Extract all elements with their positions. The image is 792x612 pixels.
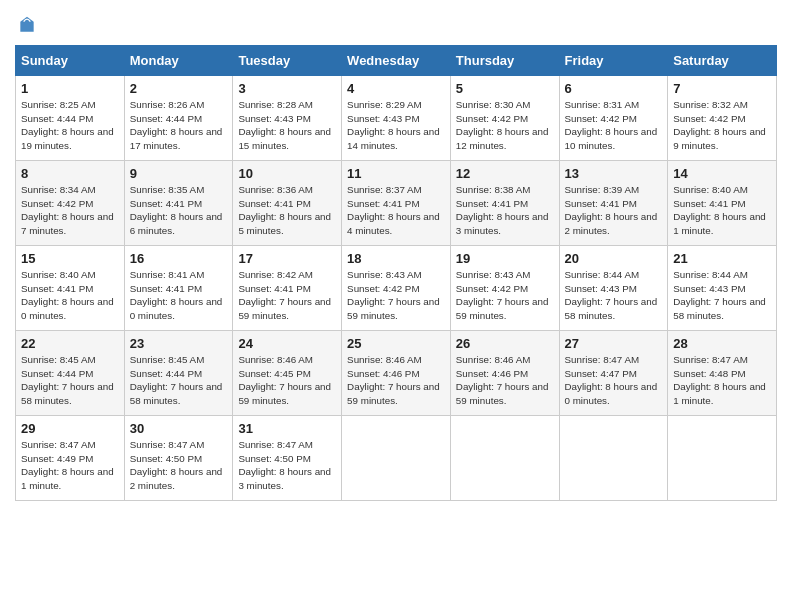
calendar-cell: 30 Sunrise: 8:47 AM Sunset: 4:50 PM Dayl…: [124, 416, 233, 501]
calendar-cell: 18 Sunrise: 8:43 AM Sunset: 4:42 PM Dayl…: [342, 246, 451, 331]
calendar-cell: 28 Sunrise: 8:47 AM Sunset: 4:48 PM Dayl…: [668, 331, 777, 416]
calendar-cell: 3 Sunrise: 8:28 AM Sunset: 4:43 PM Dayli…: [233, 76, 342, 161]
day-info: Sunrise: 8:38 AM Sunset: 4:41 PM Dayligh…: [456, 183, 554, 238]
day-info: Sunrise: 8:44 AM Sunset: 4:43 PM Dayligh…: [565, 268, 663, 323]
day-number: 9: [130, 166, 228, 181]
day-info: Sunrise: 8:34 AM Sunset: 4:42 PM Dayligh…: [21, 183, 119, 238]
day-info: Sunrise: 8:46 AM Sunset: 4:46 PM Dayligh…: [347, 353, 445, 408]
calendar-cell: [559, 416, 668, 501]
day-number: 6: [565, 81, 663, 96]
day-number: 16: [130, 251, 228, 266]
calendar-cell: 15 Sunrise: 8:40 AM Sunset: 4:41 PM Dayl…: [16, 246, 125, 331]
logo-icon: [17, 15, 37, 35]
day-number: 15: [21, 251, 119, 266]
day-number: 23: [130, 336, 228, 351]
calendar-cell: 25 Sunrise: 8:46 AM Sunset: 4:46 PM Dayl…: [342, 331, 451, 416]
day-number: 18: [347, 251, 445, 266]
day-info: Sunrise: 8:43 AM Sunset: 4:42 PM Dayligh…: [347, 268, 445, 323]
day-number: 3: [238, 81, 336, 96]
day-info: Sunrise: 8:43 AM Sunset: 4:42 PM Dayligh…: [456, 268, 554, 323]
header-friday: Friday: [559, 46, 668, 76]
calendar-week-2: 8 Sunrise: 8:34 AM Sunset: 4:42 PM Dayli…: [16, 161, 777, 246]
day-number: 30: [130, 421, 228, 436]
day-number: 8: [21, 166, 119, 181]
calendar-week-4: 22 Sunrise: 8:45 AM Sunset: 4:44 PM Dayl…: [16, 331, 777, 416]
header-tuesday: Tuesday: [233, 46, 342, 76]
calendar-cell: 26 Sunrise: 8:46 AM Sunset: 4:46 PM Dayl…: [450, 331, 559, 416]
day-number: 7: [673, 81, 771, 96]
calendar-cell: 11 Sunrise: 8:37 AM Sunset: 4:41 PM Dayl…: [342, 161, 451, 246]
calendar-cell: 24 Sunrise: 8:46 AM Sunset: 4:45 PM Dayl…: [233, 331, 342, 416]
calendar-cell: 8 Sunrise: 8:34 AM Sunset: 4:42 PM Dayli…: [16, 161, 125, 246]
calendar-week-5: 29 Sunrise: 8:47 AM Sunset: 4:49 PM Dayl…: [16, 416, 777, 501]
calendar-cell: 27 Sunrise: 8:47 AM Sunset: 4:47 PM Dayl…: [559, 331, 668, 416]
day-number: 10: [238, 166, 336, 181]
day-info: Sunrise: 8:40 AM Sunset: 4:41 PM Dayligh…: [21, 268, 119, 323]
day-number: 24: [238, 336, 336, 351]
calendar-cell: 6 Sunrise: 8:31 AM Sunset: 4:42 PM Dayli…: [559, 76, 668, 161]
day-info: Sunrise: 8:47 AM Sunset: 4:50 PM Dayligh…: [238, 438, 336, 493]
header-sunday: Sunday: [16, 46, 125, 76]
calendar-cell: 16 Sunrise: 8:41 AM Sunset: 4:41 PM Dayl…: [124, 246, 233, 331]
calendar-cell: 1 Sunrise: 8:25 AM Sunset: 4:44 PM Dayli…: [16, 76, 125, 161]
day-info: Sunrise: 8:40 AM Sunset: 4:41 PM Dayligh…: [673, 183, 771, 238]
day-number: 26: [456, 336, 554, 351]
calendar-cell: 13 Sunrise: 8:39 AM Sunset: 4:41 PM Dayl…: [559, 161, 668, 246]
calendar-cell: 31 Sunrise: 8:47 AM Sunset: 4:50 PM Dayl…: [233, 416, 342, 501]
calendar-cell: [668, 416, 777, 501]
day-info: Sunrise: 8:46 AM Sunset: 4:46 PM Dayligh…: [456, 353, 554, 408]
day-info: Sunrise: 8:36 AM Sunset: 4:41 PM Dayligh…: [238, 183, 336, 238]
header-saturday: Saturday: [668, 46, 777, 76]
calendar-cell: 17 Sunrise: 8:42 AM Sunset: 4:41 PM Dayl…: [233, 246, 342, 331]
day-info: Sunrise: 8:45 AM Sunset: 4:44 PM Dayligh…: [21, 353, 119, 408]
calendar-cell: 10 Sunrise: 8:36 AM Sunset: 4:41 PM Dayl…: [233, 161, 342, 246]
calendar-cell: 29 Sunrise: 8:47 AM Sunset: 4:49 PM Dayl…: [16, 416, 125, 501]
calendar-cell: 9 Sunrise: 8:35 AM Sunset: 4:41 PM Dayli…: [124, 161, 233, 246]
day-info: Sunrise: 8:47 AM Sunset: 4:47 PM Dayligh…: [565, 353, 663, 408]
day-number: 4: [347, 81, 445, 96]
day-info: Sunrise: 8:31 AM Sunset: 4:42 PM Dayligh…: [565, 98, 663, 153]
calendar-cell: [342, 416, 451, 501]
day-number: 29: [21, 421, 119, 436]
calendar-cell: 20 Sunrise: 8:44 AM Sunset: 4:43 PM Dayl…: [559, 246, 668, 331]
day-info: Sunrise: 8:26 AM Sunset: 4:44 PM Dayligh…: [130, 98, 228, 153]
day-number: 25: [347, 336, 445, 351]
day-info: Sunrise: 8:42 AM Sunset: 4:41 PM Dayligh…: [238, 268, 336, 323]
day-info: Sunrise: 8:47 AM Sunset: 4:49 PM Dayligh…: [21, 438, 119, 493]
day-number: 20: [565, 251, 663, 266]
calendar-week-1: 1 Sunrise: 8:25 AM Sunset: 4:44 PM Dayli…: [16, 76, 777, 161]
day-number: 17: [238, 251, 336, 266]
calendar-header-row: SundayMondayTuesdayWednesdayThursdayFrid…: [16, 46, 777, 76]
calendar-week-3: 15 Sunrise: 8:40 AM Sunset: 4:41 PM Dayl…: [16, 246, 777, 331]
calendar-cell: 23 Sunrise: 8:45 AM Sunset: 4:44 PM Dayl…: [124, 331, 233, 416]
day-info: Sunrise: 8:39 AM Sunset: 4:41 PM Dayligh…: [565, 183, 663, 238]
day-info: Sunrise: 8:28 AM Sunset: 4:43 PM Dayligh…: [238, 98, 336, 153]
day-info: Sunrise: 8:44 AM Sunset: 4:43 PM Dayligh…: [673, 268, 771, 323]
day-info: Sunrise: 8:46 AM Sunset: 4:45 PM Dayligh…: [238, 353, 336, 408]
day-number: 5: [456, 81, 554, 96]
day-info: Sunrise: 8:29 AM Sunset: 4:43 PM Dayligh…: [347, 98, 445, 153]
calendar-cell: 12 Sunrise: 8:38 AM Sunset: 4:41 PM Dayl…: [450, 161, 559, 246]
page-header: [15, 15, 777, 35]
day-number: 21: [673, 251, 771, 266]
calendar-cell: 2 Sunrise: 8:26 AM Sunset: 4:44 PM Dayli…: [124, 76, 233, 161]
day-info: Sunrise: 8:45 AM Sunset: 4:44 PM Dayligh…: [130, 353, 228, 408]
day-number: 11: [347, 166, 445, 181]
calendar-cell: 21 Sunrise: 8:44 AM Sunset: 4:43 PM Dayl…: [668, 246, 777, 331]
day-info: Sunrise: 8:47 AM Sunset: 4:48 PM Dayligh…: [673, 353, 771, 408]
day-info: Sunrise: 8:35 AM Sunset: 4:41 PM Dayligh…: [130, 183, 228, 238]
calendar-table: SundayMondayTuesdayWednesdayThursdayFrid…: [15, 45, 777, 501]
day-number: 12: [456, 166, 554, 181]
logo: [15, 15, 37, 35]
calendar-cell: [450, 416, 559, 501]
calendar-cell: 5 Sunrise: 8:30 AM Sunset: 4:42 PM Dayli…: [450, 76, 559, 161]
day-number: 22: [21, 336, 119, 351]
day-info: Sunrise: 8:41 AM Sunset: 4:41 PM Dayligh…: [130, 268, 228, 323]
header-wednesday: Wednesday: [342, 46, 451, 76]
day-info: Sunrise: 8:25 AM Sunset: 4:44 PM Dayligh…: [21, 98, 119, 153]
day-number: 2: [130, 81, 228, 96]
day-info: Sunrise: 8:37 AM Sunset: 4:41 PM Dayligh…: [347, 183, 445, 238]
day-number: 14: [673, 166, 771, 181]
day-number: 19: [456, 251, 554, 266]
day-number: 13: [565, 166, 663, 181]
